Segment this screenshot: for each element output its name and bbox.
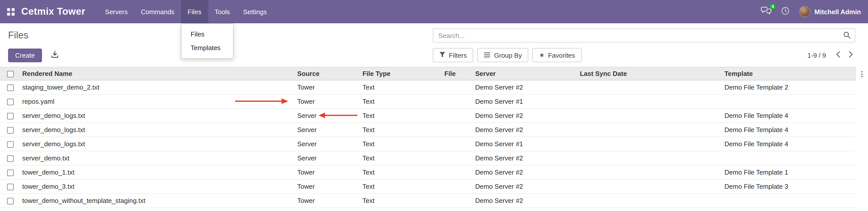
cell-file_type: Text	[361, 80, 442, 94]
table-row[interactable]: tower_demo_3.txtTowerTextDemo Server #2D…	[0, 179, 855, 193]
nav-menu-files[interactable]: FilesFilesTemplates	[181, 0, 208, 23]
cell-last_sync_date	[578, 80, 722, 94]
files-dropdown: FilesTemplates	[181, 23, 234, 59]
cell-server: Demo Server #2	[473, 165, 578, 179]
nav-menu-tools[interactable]: Tools	[208, 0, 237, 23]
cell-server: Demo Server #2	[473, 109, 578, 123]
column-header-server[interactable]: Server	[473, 67, 578, 80]
cell-file_type: Text	[361, 151, 442, 165]
download-icon	[51, 51, 59, 60]
favorites-button[interactable]: ★ Favorites	[533, 48, 582, 62]
cell-template: Demo File Template 4	[722, 137, 855, 151]
table-row[interactable]: server_demo_logs.txtServerTextDemo Serve…	[0, 137, 855, 151]
avatar	[799, 6, 810, 17]
table-row[interactable]: server_demo.txtServerTextDemo Server #2	[0, 151, 855, 165]
select-all-cell	[0, 67, 20, 80]
row-checkbox[interactable]	[7, 198, 14, 204]
cell-source: Server	[295, 137, 361, 151]
row-checkbox-cell	[0, 193, 20, 208]
table-row[interactable]: staging_tower_demo_2.txtTowerTextDemo Se…	[0, 80, 855, 94]
cell-file	[442, 151, 473, 165]
column-header-last_sync_date[interactable]: Last Sync Date	[578, 67, 722, 80]
brand-title: Cetmix Tower	[21, 0, 99, 23]
table-row[interactable]: tower_demo_1.txtTowerTextDemo Server #2D…	[0, 165, 855, 179]
cell-server: Demo Server #2	[473, 123, 578, 137]
cell-template: Demo File Template 3	[722, 179, 855, 193]
cell-last_sync_date	[578, 151, 722, 165]
pager-previous-button[interactable]	[834, 50, 843, 61]
cell-template	[722, 94, 855, 109]
table-row[interactable]: tower_demo_without_template_staging.txtT…	[0, 193, 855, 208]
cell-file_type: Text	[361, 179, 442, 193]
row-checkbox[interactable]	[7, 155, 14, 162]
cell-rendered_name: repos.yaml	[20, 94, 295, 109]
search-input[interactable]	[433, 28, 855, 42]
cell-last_sync_date	[578, 137, 722, 151]
column-header-source[interactable]: Source	[295, 67, 361, 80]
column-header-template[interactable]: Template	[722, 67, 855, 80]
column-header-file_type[interactable]: File Type	[361, 67, 442, 80]
table-row[interactable]: server_demo_logs.txtServerTextDemo Serve…	[0, 109, 855, 123]
control-panel: Files Create	[0, 23, 868, 67]
cell-last_sync_date	[578, 193, 722, 208]
cell-file_type: Text	[361, 94, 442, 109]
nav-menu-settings[interactable]: Settings	[237, 0, 274, 23]
filters-label: Filters	[449, 51, 467, 59]
cell-rendered_name: tower_demo_without_template_staging.txt	[20, 193, 295, 208]
user-menu[interactable]: Mitchell Admin	[799, 6, 861, 17]
cell-server: Demo Server #2	[473, 193, 578, 208]
cell-file	[442, 193, 473, 208]
row-checkbox[interactable]	[7, 113, 14, 119]
pager-next-button[interactable]	[846, 50, 855, 61]
top-navbar: Cetmix Tower ServersCommandsFilesFilesTe…	[0, 0, 868, 23]
row-checkbox[interactable]	[7, 85, 14, 91]
row-checkbox[interactable]	[7, 170, 14, 176]
filters-button[interactable]: Filters	[433, 48, 473, 62]
navbar-right: 4 Mitchell Admin	[761, 0, 868, 23]
group-by-button[interactable]: Group By	[477, 48, 529, 62]
optional-columns-button[interactable]: ⋮	[855, 67, 868, 81]
column-header-file[interactable]: File	[442, 67, 473, 80]
table-row[interactable]: repos.yamlTowerTextDemo Server #1	[0, 94, 855, 109]
row-checkbox[interactable]	[7, 141, 14, 148]
cell-rendered_name: server_demo_logs.txt	[20, 123, 295, 137]
chevron-left-icon	[836, 51, 840, 59]
cell-rendered_name: tower_demo_1.txt	[20, 165, 295, 179]
column-header-rendered_name[interactable]: Rendered Name	[20, 67, 295, 80]
nav-menu-servers[interactable]: Servers	[99, 0, 134, 23]
cell-source: Server	[295, 123, 361, 137]
cell-source: Tower	[295, 179, 361, 193]
row-checkbox-cell	[0, 123, 20, 137]
cell-file	[442, 123, 473, 137]
cell-template: Demo File Template 4	[722, 109, 855, 123]
chevron-right-icon	[849, 51, 853, 59]
row-checkbox[interactable]	[7, 127, 14, 133]
dropdown-item-templates[interactable]: Templates	[182, 41, 233, 55]
nav-menu-commands[interactable]: Commands	[134, 0, 181, 23]
cell-source: Tower	[295, 165, 361, 179]
cell-rendered_name: staging_tower_demo_2.txt	[20, 80, 295, 94]
user-name: Mitchell Admin	[814, 8, 861, 16]
export-button[interactable]	[50, 50, 60, 61]
row-checkbox-cell	[0, 80, 20, 94]
files-table: Rendered NameSourceFile TypeFileServerLa…	[0, 67, 855, 208]
cell-template	[722, 193, 855, 208]
apps-menu-button[interactable]	[0, 0, 21, 23]
select-all-checkbox[interactable]	[7, 71, 14, 78]
table-body: staging_tower_demo_2.txtTowerTextDemo Se…	[0, 80, 855, 208]
activity-button[interactable]	[781, 6, 789, 17]
app-window: Cetmix Tower ServersCommandsFilesFilesTe…	[0, 0, 868, 211]
table-row[interactable]: server_demo_logs.txtServerTextDemo Serve…	[0, 123, 855, 137]
pager: 1-9 / 9	[807, 50, 855, 61]
dropdown-item-files[interactable]: Files	[182, 27, 233, 41]
row-checkbox[interactable]	[7, 99, 14, 105]
cell-file_type: Text	[361, 193, 442, 208]
row-checkbox[interactable]	[7, 184, 14, 190]
cell-file_type: Text	[361, 109, 442, 123]
cell-server: Demo Server #1	[473, 137, 578, 151]
messages-button[interactable]: 4	[761, 6, 771, 17]
clock-icon	[781, 6, 789, 17]
create-button[interactable]: Create	[8, 48, 42, 62]
filter-icon	[439, 51, 445, 59]
cell-template: Demo File Template 1	[722, 165, 855, 179]
